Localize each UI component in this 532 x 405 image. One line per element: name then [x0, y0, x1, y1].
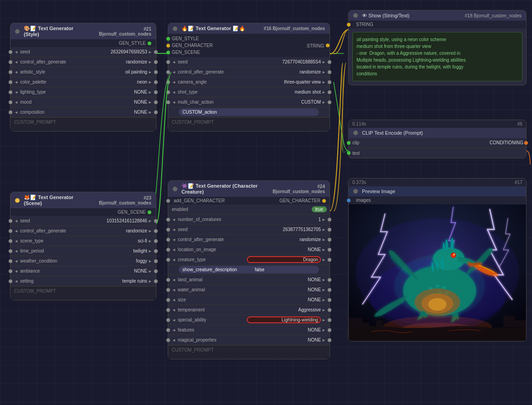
- time-arrow-right-23[interactable]: ►: [147, 249, 153, 253]
- setting-port-right-23: [154, 279, 158, 283]
- seed-arrow-right-21[interactable]: ►: [147, 50, 153, 54]
- mood-arrow-right-21[interactable]: ►: [147, 100, 153, 105]
- custom-prompt-23: CUSTOM_PROMPT: [11, 286, 156, 300]
- numcreatures-arrow-left-24[interactable]: ◄: [171, 217, 177, 222]
- land-row-24: ◄ land_animal NONE ►: [168, 275, 330, 285]
- special-arrow-left-24[interactable]: ◄: [171, 318, 177, 322]
- camera-arrow-right-16[interactable]: ►: [321, 80, 327, 84]
- weather-arrow-left-23[interactable]: ◄: [13, 259, 19, 263]
- clip-time-badge: 0.114s: [352, 121, 366, 126]
- custom-prompt-label-16: CUSTOM_PROMPT: [172, 120, 214, 125]
- seed-arrow-right-16[interactable]: ►: [321, 60, 327, 64]
- special-label-24: special_ability: [177, 317, 247, 322]
- features-arrow-right-24[interactable]: ►: [321, 328, 327, 332]
- control-arrow-left-24[interactable]: ◄: [171, 237, 177, 242]
- location-arrow-left-24[interactable]: ◄: [171, 247, 177, 252]
- genstyle-input-port: [166, 37, 170, 41]
- add-genchar-label: add_GEN_CHARACTER: [172, 198, 225, 203]
- enabled-toggle-24[interactable]: true: [312, 206, 327, 212]
- creature-arrow-left-24[interactable]: ◄: [171, 258, 177, 262]
- land-arrow-right-24[interactable]: ►: [321, 278, 327, 282]
- text-port-left: [347, 151, 351, 155]
- node-16-header: 🔥📝 Text Generator 📝🔥 #16 Bjornulf_custom…: [168, 23, 330, 34]
- temperament-arrow-left-24[interactable]: ◄: [171, 308, 177, 312]
- artistic-port-right-21: [154, 70, 158, 74]
- control-arrow-left-23[interactable]: ◄: [13, 229, 19, 233]
- seed-arrow-right-24[interactable]: ►: [321, 227, 327, 232]
- composition-arrow-right-21[interactable]: ►: [147, 110, 153, 115]
- composition-arrow-left-21[interactable]: ◄: [13, 110, 19, 115]
- size-arrow-left-24[interactable]: ◄: [171, 298, 177, 302]
- seed-arrow-left-24[interactable]: ◄: [171, 227, 177, 232]
- shot-arrow-right-16[interactable]: ►: [321, 90, 327, 95]
- ambiance-arrow-left-23[interactable]: ◄: [13, 269, 19, 274]
- camera-arrow-left-16[interactable]: ◄: [171, 80, 177, 84]
- time-arrow-left-23[interactable]: ◄: [13, 249, 19, 253]
- setting-arrow-right-23[interactable]: ►: [147, 279, 153, 284]
- water-port-right-24: [328, 288, 331, 292]
- control-arrow-left-21[interactable]: ◄: [13, 60, 19, 64]
- size-label-24: size: [177, 297, 250, 302]
- node-16: 🔥📝 Text Generator 📝🔥 #16 Bjornulf_custom…: [168, 23, 330, 131]
- temperament-arrow-right-24[interactable]: ►: [321, 308, 327, 312]
- seed-arrow-left-16[interactable]: ◄: [171, 60, 177, 64]
- land-arrow-left-24[interactable]: ◄: [171, 278, 177, 282]
- scene-arrow-right-23[interactable]: ►: [147, 239, 153, 243]
- color-arrow-right-21[interactable]: ►: [147, 80, 153, 84]
- size-arrow-right-24[interactable]: ►: [321, 298, 327, 302]
- special-value-24: Lightning-wielding: [247, 316, 321, 323]
- time-value-23: twilight: [84, 248, 147, 253]
- color-port-left-21: [9, 80, 12, 84]
- control-arrow-right-16[interactable]: ►: [321, 70, 327, 74]
- artistic-arrow-right-21[interactable]: ►: [147, 70, 153, 74]
- time-label-23: time_period: [19, 248, 84, 253]
- lighting-arrow-left-21[interactable]: ◄: [13, 90, 19, 95]
- ambiance-arrow-right-23[interactable]: ►: [147, 269, 153, 274]
- special-arrow-right-24[interactable]: ►: [321, 318, 327, 322]
- creature-arrow-right-24[interactable]: ►: [321, 258, 327, 262]
- control-arrow-right-23[interactable]: ►: [147, 229, 153, 233]
- land-value-24: NONE: [250, 277, 321, 282]
- artistic-arrow-left-21[interactable]: ◄: [13, 70, 19, 74]
- scene-arrow-left-23[interactable]: ◄: [13, 239, 19, 243]
- magical-arrow-right-24[interactable]: ►: [321, 338, 327, 342]
- control-port-left-16: [166, 70, 170, 74]
- control-arrow-right-24[interactable]: ►: [321, 237, 327, 242]
- seed-arrow-left-23[interactable]: ◄: [13, 219, 19, 223]
- special-port-left-24: [166, 318, 170, 322]
- seed-value-24: 263877751362705: [250, 227, 321, 232]
- weather-arrow-right-23[interactable]: ►: [147, 259, 153, 263]
- control-arrow-right-21[interactable]: ►: [147, 60, 153, 64]
- water-arrow-left-24[interactable]: ◄: [171, 288, 177, 292]
- seed-arrow-right-23[interactable]: ►: [147, 219, 153, 223]
- weather-port-right-23: [154, 259, 158, 263]
- mood-row-21: ◄ mood NONE ►: [11, 97, 156, 107]
- numcreatures-arrow-right-24[interactable]: ►: [321, 217, 327, 222]
- images-port-left: [347, 199, 351, 202]
- water-value-24: NONE: [250, 287, 321, 292]
- custom-prompt-21: CUSTOM_PROMPT: [11, 117, 156, 131]
- water-arrow-right-24[interactable]: ►: [321, 288, 327, 292]
- mood-arrow-left-21[interactable]: ◄: [13, 100, 19, 105]
- color-arrow-left-21[interactable]: ◄: [13, 80, 19, 84]
- node-23-indicator: [15, 198, 20, 203]
- custom-action-btn[interactable]: CUSTOM_action: [179, 108, 319, 116]
- node-23-id: #23 Bjornulf_custom_nodes: [91, 195, 151, 205]
- seed-port-left-23: [9, 219, 12, 223]
- preview-time-badge: 0.373s: [352, 180, 366, 185]
- shot-arrow-left-16[interactable]: ◄: [171, 90, 177, 95]
- control-row-24: ◄ control_after_generate randomize ►: [168, 235, 330, 245]
- lighting-arrow-right-21[interactable]: ►: [147, 90, 153, 95]
- multichar-arrow-left-16[interactable]: ◄: [171, 100, 177, 105]
- magical-arrow-left-24[interactable]: ◄: [171, 338, 177, 342]
- node-23-title: 🦊📝 Text Generator (Scene): [24, 195, 91, 206]
- multichar-arrow-right-16[interactable]: ►: [321, 100, 327, 105]
- location-arrow-right-24[interactable]: ►: [321, 247, 327, 252]
- camera-port-right-16: [328, 80, 331, 84]
- seed-arrow-left-21[interactable]: ◄: [13, 50, 19, 54]
- features-arrow-left-24[interactable]: ◄: [171, 328, 177, 332]
- setting-arrow-left-23[interactable]: ◄: [13, 279, 19, 284]
- showdesc-btn-24[interactable]: show_creature_description false: [179, 266, 319, 274]
- control-arrow-left-16[interactable]: ◄: [171, 70, 177, 74]
- text-port-label: text: [351, 151, 523, 156]
